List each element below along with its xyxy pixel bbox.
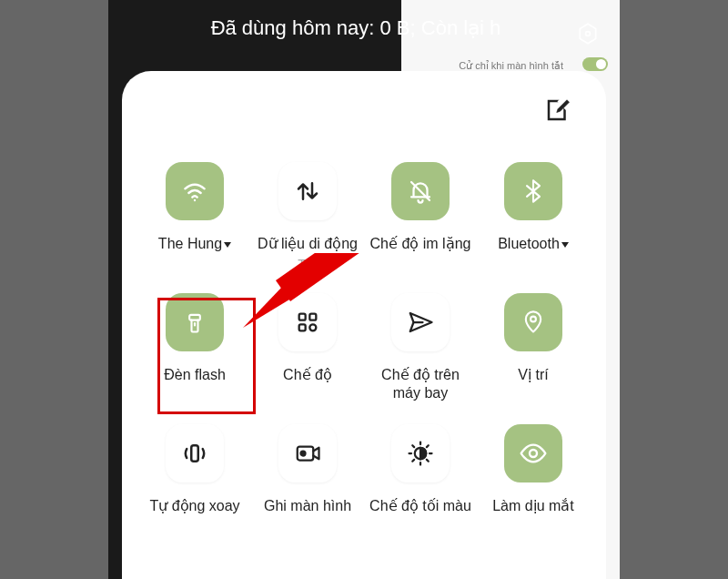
tile-airplane[interactable]: Chế độ trên máy bay xyxy=(369,288,471,408)
location-icon xyxy=(504,293,562,351)
bg-gesture-switch xyxy=(582,57,608,71)
wifi-icon xyxy=(166,162,224,220)
tile-label: Dữ liệu di động xyxy=(258,235,358,253)
tile-eye-comfort[interactable]: Làm dịu mắt xyxy=(482,419,584,521)
svg-rect-10 xyxy=(191,445,198,462)
tile-label: Bluetooth xyxy=(498,235,569,253)
mode-grid-icon xyxy=(278,293,337,351)
tile-mobile-data[interactable]: Dữ liệu di động Tắt xyxy=(257,157,359,277)
svg-point-0 xyxy=(586,32,591,36)
svg-point-9 xyxy=(531,317,536,322)
tile-mode[interactable]: Chế độ xyxy=(257,288,359,408)
bluetooth-icon xyxy=(504,162,562,220)
tile-location[interactable]: Vị trí xyxy=(482,288,584,408)
svg-rect-2 xyxy=(189,315,200,320)
tile-screen-record[interactable]: Ghi màn hình xyxy=(257,419,359,521)
tile-label: The Hung xyxy=(158,235,231,253)
svg-line-18 xyxy=(412,445,414,447)
tile-silent-mode[interactable]: Chế độ im lặng xyxy=(369,157,471,277)
flashlight-icon xyxy=(166,293,224,351)
mobile-data-icon xyxy=(278,162,337,220)
tile-label: Chế độ im lặng xyxy=(370,235,471,253)
svg-rect-5 xyxy=(309,314,316,320)
dark-mode-icon xyxy=(391,424,450,482)
tile-label: Chế độ tối màu xyxy=(369,497,471,515)
silent-icon xyxy=(391,162,450,220)
settings-hex-icon[interactable] xyxy=(576,22,600,46)
rotate-icon xyxy=(166,424,224,482)
tile-dark-mode[interactable]: Chế độ tối màu xyxy=(369,419,471,521)
svg-rect-6 xyxy=(299,324,306,330)
svg-line-20 xyxy=(412,460,414,462)
tile-flashlight[interactable]: Đèn flash xyxy=(144,288,246,408)
svg-point-7 xyxy=(309,324,316,330)
svg-point-12 xyxy=(301,452,306,456)
svg-rect-4 xyxy=(299,314,306,320)
tile-sublabel: Tắt xyxy=(298,257,317,271)
tile-bluetooth[interactable]: Bluetooth xyxy=(482,157,584,277)
tile-label: Tự động xoay xyxy=(149,497,239,515)
airplane-icon xyxy=(391,293,450,351)
tile-autorotate[interactable]: Tự động xoay xyxy=(144,419,246,521)
svg-point-22 xyxy=(530,450,537,457)
status-text: Đã dùng hôm nay: 0 B; Còn lại h xyxy=(211,16,501,40)
tile-label: Vị trí xyxy=(518,366,548,384)
tile-label: Ghi màn hình xyxy=(264,497,351,515)
svg-point-1 xyxy=(194,199,196,201)
tile-label: Chế độ xyxy=(283,366,332,384)
tile-wifi[interactable]: The Hung xyxy=(144,157,246,277)
svg-line-21 xyxy=(427,445,429,447)
eye-icon xyxy=(504,424,562,482)
tile-label: Đèn flash xyxy=(164,366,226,384)
record-icon xyxy=(278,424,337,482)
tile-label: Làm dịu mắt xyxy=(492,497,574,515)
edit-icon[interactable] xyxy=(544,96,571,124)
svg-line-19 xyxy=(427,460,429,462)
tile-label: Chế độ trên máy bay xyxy=(369,366,471,402)
